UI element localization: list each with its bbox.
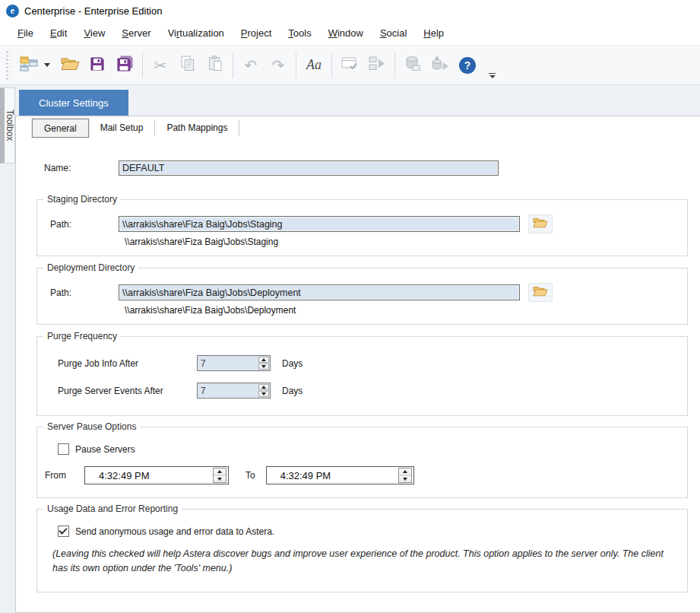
toolbar-separator <box>296 52 296 78</box>
cut-scissors-icon: ✂ <box>154 58 167 73</box>
arrow-down-icon <box>403 478 407 481</box>
document-area: Cluster Settings General Mail Setup Path… <box>15 85 700 613</box>
deployment-directory-group-title: Deployment Directory <box>43 262 138 273</box>
menu-view[interactable]: View <box>75 23 113 43</box>
toolbox-tab[interactable]: Toolbox <box>0 87 15 164</box>
font-icon: Aa <box>306 57 321 73</box>
menu-social[interactable]: Social <box>372 23 415 43</box>
toolbox-tab-label: Toolbox <box>5 110 15 141</box>
menu-edit[interactable]: Edit <box>42 23 75 43</box>
purge-server-events-row: Purge Server Events After Days <box>37 383 687 399</box>
purge-server-events-input[interactable] <box>198 383 258 398</box>
pause-servers-label: Pause Servers <box>75 444 135 455</box>
staging-path-row: Path: <box>37 214 687 233</box>
spin-up-button[interactable] <box>214 468 226 476</box>
title-bar: e Centerprise - Enterprise Edition <box>0 0 700 21</box>
staging-directory-group: Staging Directory Path: \\arrakis\share\… <box>36 199 688 256</box>
database-icon <box>405 56 421 75</box>
menu-virtualization[interactable]: Virtualization <box>160 23 233 43</box>
toolbar-grip[interactable] <box>5 50 11 81</box>
copy-button[interactable] <box>174 50 201 81</box>
settings-tab-strip: General Mail Setup Path Mappings <box>32 119 700 138</box>
deployment-path-input[interactable] <box>119 284 520 300</box>
pause-servers-checkbox[interactable] <box>58 443 69 455</box>
start-job-icon <box>369 56 386 74</box>
help-button[interactable]: ? <box>454 50 481 81</box>
toolbar-separator <box>233 52 233 78</box>
new-flow-button[interactable] <box>15 50 43 81</box>
menu-file[interactable]: File <box>9 23 42 43</box>
menu-bar: File Edit View Server Virtualization Pro… <box>0 21 700 45</box>
usage-data-group: Usage Data and Error Reporting Send anon… <box>36 509 688 592</box>
deploy-icon <box>432 56 449 75</box>
redo-icon: ↷ <box>272 58 285 73</box>
menu-help[interactable]: Help <box>415 23 452 43</box>
spin-up-button[interactable] <box>258 357 269 363</box>
staging-directory-group-title: Staging Directory <box>43 194 121 205</box>
menu-server[interactable]: Server <box>113 23 159 43</box>
spin-down-button[interactable] <box>258 391 269 397</box>
database-button[interactable] <box>399 50 426 81</box>
paste-clipboard-icon <box>207 56 223 75</box>
toolbar-separator <box>331 52 332 78</box>
tab-path-mappings[interactable]: Path Mappings <box>155 120 239 136</box>
copy-icon <box>180 56 195 75</box>
spin-down-button[interactable] <box>258 364 269 370</box>
send-usage-row: Send anonymous usage and error data to A… <box>37 526 687 537</box>
redo-button[interactable]: ↷ <box>264 50 292 81</box>
deployment-directory-group: Deployment Directory Path: \\arrakis\sha… <box>36 268 688 325</box>
cut-button[interactable]: ✂ <box>147 50 174 81</box>
main-area: Toolbox Cluster Settings General Mail Se… <box>0 85 700 613</box>
toolbar-overflow-button[interactable] <box>489 73 496 78</box>
verify-window-icon <box>341 56 359 74</box>
server-pause-options-group: Server Pause Options Pause Servers From <box>36 427 688 498</box>
name-label: Name: <box>44 163 119 173</box>
purge-frequency-group-title: Purge Frequency <box>43 331 121 341</box>
deployment-path-resolved-text: \\arrakis\share\Fiza Baig\Jobs\Deploymen… <box>125 305 687 316</box>
new-flow-dropdown[interactable] <box>43 50 56 81</box>
open-folder-icon <box>61 56 80 74</box>
save-button[interactable] <box>84 50 111 81</box>
font-options-button[interactable]: Aa <box>300 50 328 81</box>
menu-tools[interactable]: Tools <box>280 23 319 43</box>
name-input[interactable] <box>119 160 499 176</box>
app-logo-icon: e <box>6 5 19 17</box>
start-job-button[interactable] <box>363 50 391 81</box>
pause-servers-row: Pause Servers <box>37 443 687 455</box>
deployment-browse-button[interactable] <box>528 283 553 302</box>
deploy-button[interactable] <box>426 50 454 81</box>
verify-button[interactable] <box>336 50 363 81</box>
arrow-up-icon <box>217 470 222 473</box>
spin-up-button[interactable] <box>258 384 269 390</box>
open-button[interactable] <box>56 50 84 81</box>
menu-project[interactable]: Project <box>233 23 280 43</box>
to-label: To <box>245 470 255 481</box>
pause-to-timepicker <box>266 466 414 484</box>
purge-frequency-group: Purge Frequency Purge Job Info After Day… <box>36 336 688 416</box>
save-all-button[interactable] <box>111 50 138 81</box>
chevron-down-icon <box>44 63 50 67</box>
undo-button[interactable]: ↶ <box>237 50 264 81</box>
staging-browse-button[interactable] <box>528 214 553 233</box>
tab-general[interactable]: General <box>32 119 89 138</box>
pause-from-input[interactable] <box>85 470 213 481</box>
spin-down-button[interactable] <box>214 476 226 483</box>
arrow-down-icon <box>261 392 266 395</box>
spin-down-button[interactable] <box>399 476 411 483</box>
folder-icon <box>533 285 548 300</box>
menu-window[interactable]: Window <box>320 23 372 43</box>
staging-path-input[interactable] <box>119 216 520 232</box>
document-tab-row: Cluster Settings <box>15 85 700 116</box>
send-usage-checkbox[interactable] <box>58 526 69 537</box>
arrow-down-icon <box>261 365 266 368</box>
paste-button[interactable] <box>201 50 229 81</box>
document-tab-label: Cluster Settings <box>39 97 109 109</box>
purge-job-info-input[interactable] <box>198 356 258 370</box>
pause-to-input[interactable] <box>267 470 398 481</box>
tab-mail-setup[interactable]: Mail Setup <box>89 120 156 136</box>
spin-up-button[interactable] <box>399 468 411 476</box>
arrow-up-icon <box>403 470 407 473</box>
overflow-bar <box>489 73 496 74</box>
document-tab-cluster-settings[interactable]: Cluster Settings <box>19 90 128 116</box>
staging-path-resolved-text: \\arrakis\share\Fiza Baig\Jobs\Staging <box>125 237 687 247</box>
